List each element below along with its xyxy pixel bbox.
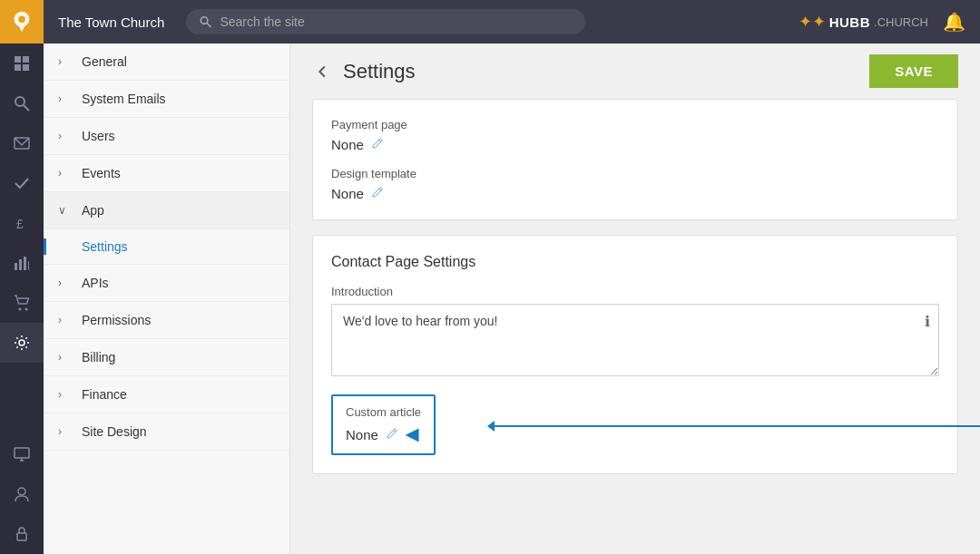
sidebar-item-label: App	[82, 203, 104, 218]
svg-point-19	[18, 488, 25, 495]
custom-article-wrapper: Custom article None ◀	[331, 394, 939, 455]
svg-rect-3	[15, 64, 21, 71]
annotation-arrow-line	[495, 425, 980, 427]
nav-user-icon[interactable]	[0, 474, 44, 514]
introduction-textarea[interactable]: We'd love to hear from you!	[331, 304, 939, 376]
sidebar-item-events[interactable]: › Events	[44, 155, 289, 192]
design-template-edit-button[interactable]	[371, 186, 384, 201]
nav-chart-icon[interactable]	[0, 243, 44, 283]
sidebar-item-label: APIs	[82, 276, 109, 290]
settings-scroll: Payment page None Design template	[290, 99, 980, 554]
nav-cart-icon[interactable]	[0, 283, 44, 323]
header-left: Settings	[312, 60, 416, 83]
nav-lock-icon[interactable]	[0, 514, 44, 554]
sidebar-item-app[interactable]: ∨ App	[44, 192, 289, 229]
org-name: The Town Church	[58, 15, 164, 30]
search-input[interactable]	[220, 15, 573, 29]
design-template-value-row: None	[331, 186, 939, 201]
chevron-right-icon: ›	[58, 167, 73, 180]
sidebar-item-label: Billing	[82, 350, 115, 364]
sidebar-item-finance[interactable]: › Finance	[44, 376, 289, 413]
nav-mail-icon[interactable]	[0, 123, 44, 163]
sidebar-item-label: General	[82, 54, 127, 69]
sidebar-item-label: Permissions	[82, 313, 151, 327]
sidebar-item-site-design[interactable]: › Site Design	[44, 413, 289, 451]
nav-check-icon[interactable]	[0, 163, 44, 203]
save-button[interactable]: SAVE	[869, 54, 958, 88]
sidebar: › General › System Emails › Users › Even…	[44, 44, 290, 554]
custom-article-label: Custom article	[346, 405, 421, 419]
svg-line-24	[378, 189, 380, 190]
nav-gear-icon[interactable]	[0, 323, 44, 363]
payment-page-value: None	[331, 137, 364, 152]
chevron-right-icon: ›	[58, 55, 73, 68]
sidebar-item-label: Users	[82, 129, 115, 143]
payment-page-value-row: None	[331, 137, 939, 152]
svg-rect-1	[15, 56, 21, 63]
custom-article-edit-button[interactable]	[386, 427, 398, 442]
svg-point-14	[25, 308, 28, 311]
hubb-icon: ✦✦	[799, 12, 826, 32]
payment-page-edit-button[interactable]	[371, 137, 384, 152]
chevron-right-icon: ›	[58, 92, 73, 105]
design-template-field: Design template None	[331, 167, 939, 201]
logo[interactable]	[0, 0, 44, 44]
chevron-right-icon: ›	[58, 130, 73, 142]
nav-monitor-icon[interactable]	[0, 434, 44, 474]
contact-section-title: Contact Page Settings	[331, 254, 939, 270]
nav-grid-icon[interactable]	[0, 44, 44, 83]
svg-rect-20	[17, 533, 26, 540]
sidebar-item-permissions[interactable]: › Permissions	[44, 302, 289, 339]
svg-text:£: £	[16, 217, 24, 231]
sidebar-item-label: System Emails	[82, 92, 166, 106]
sidebar-item-general[interactable]: › General	[44, 44, 289, 81]
design-template-value: None	[331, 186, 364, 201]
info-icon: ℹ	[925, 313, 930, 330]
sidebar-item-label: Events	[82, 166, 121, 180]
svg-rect-16	[15, 448, 29, 458]
payment-page-label: Payment page	[331, 118, 939, 131]
svg-rect-10	[19, 259, 22, 270]
nav-search-icon[interactable]	[0, 83, 44, 123]
custom-article-highlight-box: Custom article None ◀	[331, 394, 436, 455]
bell-icon[interactable]: 🔔	[943, 11, 965, 33]
chevron-right-icon: ›	[58, 388, 73, 401]
content-header: Settings SAVE	[290, 44, 980, 99]
sidebar-item-apis[interactable]: › APIs	[44, 265, 289, 302]
topbar: The Town Church ✦✦ HUBB .CHURCH 🔔	[44, 0, 980, 44]
introduction-wrapper: We'd love to hear from you! ℹ	[331, 304, 939, 380]
svg-point-5	[15, 97, 24, 106]
search-icon	[199, 15, 212, 29]
introduction-label: Introduction	[331, 285, 939, 298]
sidebar-item-label: Finance	[82, 387, 127, 402]
payment-design-card: Payment page None Design template	[312, 99, 958, 220]
hubb-suffix: .CHURCH	[874, 15, 928, 29]
chevron-right-icon: ›	[58, 314, 73, 326]
svg-line-23	[378, 140, 380, 141]
chevron-right-icon: ›	[58, 425, 73, 438]
page-title: Settings	[343, 60, 416, 83]
icon-rail: £	[0, 0, 44, 554]
svg-point-15	[19, 340, 24, 345]
sidebar-item-system-emails[interactable]: › System Emails	[44, 81, 289, 118]
design-template-label: Design template	[331, 167, 939, 180]
main-layout: › General › System Emails › Users › Even…	[44, 44, 980, 554]
chevron-right-icon: ›	[58, 277, 73, 289]
custom-article-value-row: None ◀	[346, 424, 421, 444]
svg-point-0	[18, 15, 24, 22]
back-button[interactable]	[312, 62, 332, 82]
sidebar-item-users[interactable]: › Users	[44, 118, 289, 155]
nav-pound-icon[interactable]: £	[0, 203, 44, 243]
contact-settings-card: Contact Page Settings Introduction We'd …	[312, 235, 958, 474]
search-bar[interactable]	[186, 9, 585, 34]
topbar-right: ✦✦ HUBB .CHURCH 🔔	[799, 11, 965, 33]
content-area: Settings SAVE Payment page None	[290, 44, 980, 554]
svg-line-6	[24, 105, 29, 111]
sidebar-subitem-settings[interactable]: Settings	[44, 229, 289, 265]
sidebar-item-billing[interactable]: › Billing	[44, 339, 289, 376]
hubb-brand: HUBB	[829, 15, 870, 30]
svg-point-21	[201, 17, 209, 24]
custom-article-value: None	[346, 427, 378, 442]
svg-rect-9	[15, 263, 17, 270]
svg-rect-4	[23, 64, 29, 71]
